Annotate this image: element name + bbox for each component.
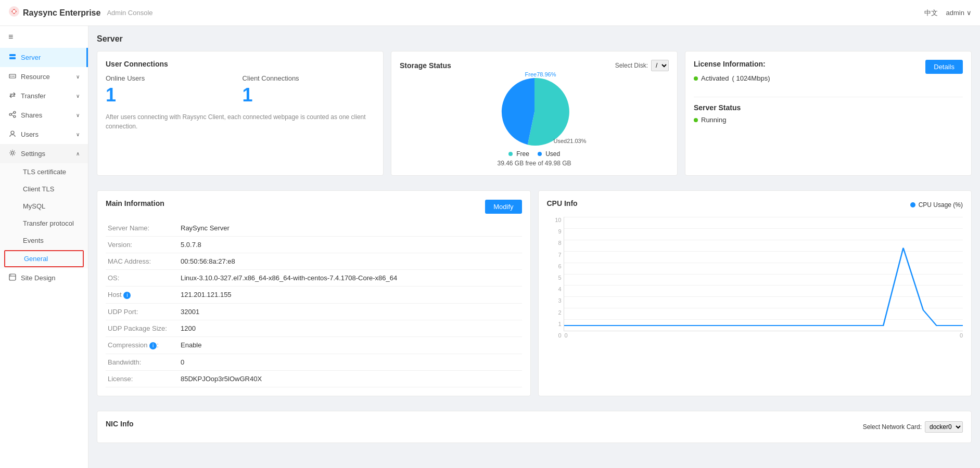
users-chevron: ∨ <box>76 132 80 137</box>
license-info-section: License Information: Activated ( 1024Mbp… <box>694 60 770 88</box>
logo-icon <box>8 6 20 20</box>
field-value-0: RaySync Server <box>179 220 522 237</box>
sidebar-label-server: Server <box>21 54 78 61</box>
field-value-5: 32001 <box>179 304 522 320</box>
used-dot <box>538 152 542 156</box>
info-table: Server Name: RaySync Server Version: 5.0… <box>106 220 522 387</box>
field-label-4: Host i <box>106 287 179 304</box>
storage-chart-area: Free78.96% Used21.03% <box>400 75 669 167</box>
field-value-3: Linux-3.10.0-327.el7.x86_64-x86_64-with-… <box>179 270 522 287</box>
license-title: License Information: <box>694 60 770 68</box>
connections-note: After users connecting with Raysync Clie… <box>106 112 375 131</box>
sidebar-label-settings: Settings <box>21 150 72 158</box>
sidebar-item-resource[interactable]: Resource ∨ <box>0 67 88 86</box>
svg-line-13 <box>11 115 14 116</box>
used-label: Used21.03% <box>554 138 587 144</box>
user-connections-card: User Connections Online Users 1 Client C… <box>97 51 384 176</box>
sidebar-item-server[interactable]: Server <box>0 48 88 67</box>
lang-switch[interactable]: 中文 <box>924 8 938 18</box>
client-connections-label: Client Connections <box>243 74 375 82</box>
admin-user[interactable]: admin ∨ <box>946 9 972 17</box>
field-value-7: Enable <box>179 337 522 354</box>
field-label-2: MAC Address: <box>106 253 179 270</box>
select-nic-label: Select Network Card: <box>863 423 922 431</box>
info-header: Main Information Modify <box>106 199 522 214</box>
svg-point-14 <box>11 131 14 134</box>
sidebar-label-shares: Shares <box>21 111 72 119</box>
field-value-4: 121.201.121.155 <box>179 287 522 304</box>
settings-child-tls[interactable]: TLS certificate <box>0 163 88 180</box>
sidebar-item-site-design[interactable]: Site Design <box>0 268 88 288</box>
svg-rect-3 <box>9 57 16 59</box>
resource-icon <box>8 72 17 81</box>
field-value-8: 0 <box>179 354 522 371</box>
table-row: Server Name: RaySync Server <box>106 220 522 237</box>
cpu-legend: CPU Usage (%) <box>910 201 963 209</box>
select-disk-section: Select Disk: / <box>615 60 669 71</box>
settings-chevron: ∧ <box>76 151 80 157</box>
field-label-1: Version: <box>106 237 179 253</box>
select-nic-section: Select Network Card: docker0 <box>863 421 963 433</box>
activated-dot <box>694 76 698 81</box>
running-label: Running <box>701 116 726 124</box>
settings-child-events[interactable]: Events <box>0 232 88 249</box>
field-value-1: 5.0.7.8 <box>179 237 522 253</box>
sidebar-item-users[interactable]: Users ∨ <box>0 125 88 144</box>
cpu-title: CPU Info <box>547 199 578 207</box>
online-users-label: Online Users <box>106 74 238 82</box>
y-axis: 10 9 8 7 6 5 4 3 2 1 0 <box>547 217 562 339</box>
header-right: 中文 admin ∨ <box>924 8 972 18</box>
main-layout: ≡ Server Resource ∨ Transfer ∨ <box>0 26 980 468</box>
table-row: Version: 5.0.7.8 <box>106 237 522 253</box>
modify-button[interactable]: Modify <box>485 200 521 214</box>
sidebar-label-users: Users <box>21 131 72 138</box>
settings-general-row: General ↑ <box>0 249 88 268</box>
sidebar-item-settings[interactable]: Settings ∧ <box>0 144 88 163</box>
cpu-legend-label: CPU Usage (%) <box>919 201 963 209</box>
free-label: Free78.96% <box>525 71 556 77</box>
storage-legend: Free Used <box>508 150 560 158</box>
pie-svg <box>498 75 571 148</box>
table-row: MAC Address: 00:50:56:8a:27:e8 <box>106 253 522 270</box>
running-status: Running <box>694 116 963 124</box>
online-users-value: 1 <box>106 84 238 106</box>
storage-status-card: Storage Status Select Disk: / Free78.96% <box>391 51 678 176</box>
sidebar-label-site-design: Site Design <box>21 274 80 282</box>
details-button[interactable]: Details <box>925 60 963 74</box>
settings-child-transfer-protocol[interactable]: Transfer protocol <box>0 215 88 232</box>
sidebar-item-shares[interactable]: Shares ∨ <box>0 106 88 125</box>
svg-rect-2 <box>9 54 16 56</box>
settings-child-general[interactable]: General <box>4 250 84 267</box>
table-row: UDP Port: 32001 <box>106 304 522 320</box>
svg-point-10 <box>9 113 11 115</box>
svg-point-18 <box>10 275 11 276</box>
client-connections-value: 1 <box>243 84 375 106</box>
svg-point-15 <box>11 152 14 154</box>
activated-label: Activated <box>701 74 729 82</box>
site-design-icon <box>8 274 17 282</box>
x-end: 0 <box>960 332 963 339</box>
sidebar-item-transfer[interactable]: Transfer ∨ <box>0 86 88 106</box>
connections-grid: Online Users 1 Client Connections 1 <box>106 74 375 106</box>
main-info-title: Main Information <box>106 199 164 207</box>
settings-child-client-tls[interactable]: Client TLS <box>0 180 88 198</box>
compression-info-icon[interactable]: i <box>149 342 157 349</box>
nic-select[interactable]: docker0 <box>925 421 963 433</box>
svg-point-5 <box>10 76 11 77</box>
table-row: License: 85DKPJOop3r5lOwGR40X <box>106 371 522 387</box>
storage-header: Storage Status Select Disk: / <box>400 60 669 71</box>
cpu-dot <box>910 202 915 207</box>
field-label-5: UDP Port: <box>106 304 179 320</box>
svg-line-12 <box>11 113 14 114</box>
hamburger-icon[interactable]: ≡ <box>0 26 88 48</box>
host-info-icon[interactable]: i <box>123 292 131 299</box>
logo: Raysync Enterprise <box>8 6 100 20</box>
logo-text: Raysync Enterprise <box>23 8 100 18</box>
server-status-section: Server Status Running <box>694 97 963 124</box>
client-connections-section: Client Connections 1 <box>243 74 375 106</box>
used-legend: Used <box>538 150 560 158</box>
users-icon <box>8 130 17 139</box>
field-value-2: 00:50:56:8a:27:e8 <box>179 253 522 270</box>
settings-child-mysql[interactable]: MySQL <box>0 198 88 215</box>
disk-select[interactable]: / <box>651 60 669 71</box>
